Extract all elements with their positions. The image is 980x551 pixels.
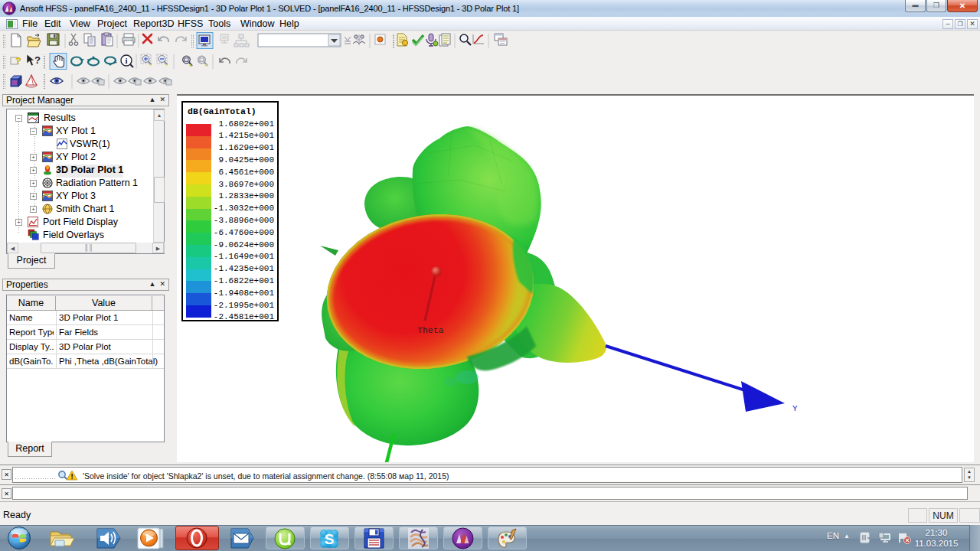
svg-text:Theta: Theta [417, 325, 444, 335]
svg-text:?: ? [34, 54, 41, 66]
svg-text:i: i [126, 56, 128, 65]
svg-text:S: S [325, 531, 335, 547]
svg-text:?: ? [15, 55, 21, 67]
svg-text:Y: Y [792, 404, 798, 413]
